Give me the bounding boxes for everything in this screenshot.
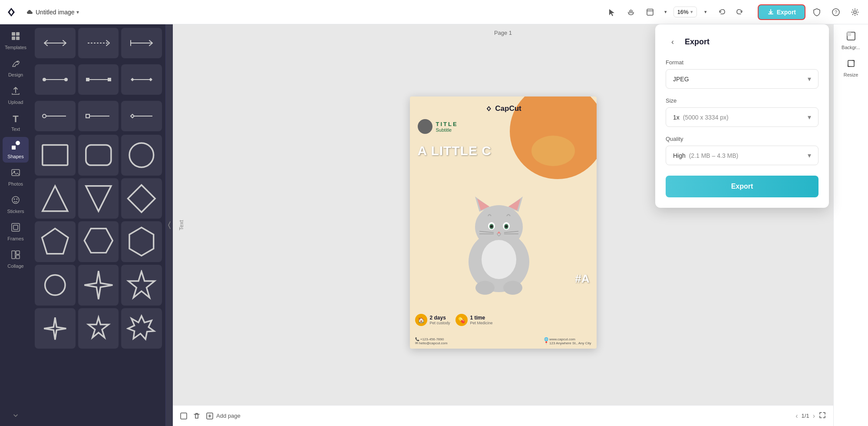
sidebar-item-collage[interactable]: Collage — [3, 246, 29, 272]
shape-rect-empty[interactable] — [35, 135, 76, 176]
svg-rect-39 — [86, 145, 111, 165]
svg-rect-35 — [86, 114, 89, 118]
canvas-stats: 🏠 2 days Pet custody 💊 1 time Pet Medici… — [415, 314, 591, 326]
prev-page-btn[interactable]: ‹ — [795, 412, 798, 420]
right-item-resize[interactable]: Resize — [836, 55, 866, 81]
export-panel-title: Export — [685, 37, 710, 47]
document-title[interactable]: Untitled image ▾ — [26, 8, 79, 16]
shape-triangle-down[interactable] — [78, 178, 119, 219]
export-back-btn[interactable]: ‹ — [666, 35, 680, 49]
delete-page-btn[interactable] — [180, 412, 188, 420]
sidebar-item-templates[interactable]: Templates — [3, 28, 29, 53]
upload-label: Upload — [8, 100, 23, 105]
help-icon-btn[interactable]: ? — [828, 4, 844, 20]
shape-triangle-up[interactable] — [35, 178, 76, 219]
shape-line-diamonds[interactable] — [121, 64, 162, 95]
frames-icon — [11, 223, 20, 234]
quality-chevron: ▾ — [808, 151, 811, 160]
arrows-row-3 — [31, 97, 165, 131]
view-chevron-btn[interactable]: ▾ — [661, 4, 670, 20]
sidebar-item-stickers[interactable]: Stickers — [3, 192, 29, 217]
shape-star-5pt[interactable] — [121, 265, 162, 306]
format-label: Format — [666, 59, 818, 66]
bg-blob — [531, 136, 575, 166]
photos-icon — [11, 168, 20, 180]
zoom-control[interactable]: 16% ▾ — [673, 7, 697, 17]
background-label: Backgr... — [842, 45, 860, 50]
size-select[interactable]: 1x (5000 x 3334 px) ▾ — [666, 107, 818, 127]
quality-select[interactable]: High (2.1 MB – 4.3 MB) ▾ — [666, 146, 818, 165]
sidebar-item-upload[interactable]: Upload — [3, 83, 29, 108]
export-button[interactable]: Export — [758, 4, 805, 20]
svg-marker-49 — [88, 317, 108, 337]
shape-star-4-outline[interactable] — [35, 308, 76, 349]
settings-icon-btn[interactable] — [847, 4, 863, 20]
shape-arrow-dashed[interactable] — [78, 28, 119, 58]
shape-arrow-end-mark[interactable] — [121, 28, 162, 58]
svg-marker-50 — [128, 316, 154, 339]
canvas-avatar — [418, 119, 432, 134]
redo-btn[interactable] — [732, 4, 747, 20]
svg-point-16 — [14, 199, 15, 200]
shape-line-squares[interactable] — [78, 64, 119, 95]
shape-star-5-outline[interactable] — [78, 308, 119, 349]
shape-line-square-h[interactable] — [78, 101, 119, 131]
sidebar-item-text[interactable]: T Text — [3, 110, 29, 135]
right-item-background[interactable]: Backgr... — [836, 28, 866, 53]
shape-circle-small[interactable] — [35, 265, 76, 306]
shield-icon-btn[interactable] — [809, 4, 825, 20]
shape-line-circle-h[interactable] — [35, 101, 76, 131]
shape-line-circles[interactable] — [35, 64, 76, 95]
design-label: Design — [8, 72, 23, 77]
svg-point-15 — [12, 196, 19, 203]
svg-point-61 — [490, 225, 493, 228]
sidebar-item-shapes[interactable]: Shapes — [3, 137, 29, 163]
next-page-btn[interactable]: › — [813, 412, 815, 420]
sidebar-item-design[interactable]: Design — [3, 55, 29, 81]
cloud-icon — [26, 8, 34, 16]
select-tool-btn[interactable] — [604, 4, 620, 20]
fullscreen-btn[interactable] — [818, 411, 826, 420]
hand-tool-btn[interactable] — [623, 4, 639, 20]
shape-star-6-outline[interactable] — [121, 308, 162, 349]
shape-hexagon-v[interactable] — [121, 221, 162, 262]
shapes-label: Shapes — [7, 154, 23, 159]
shape-pentagon[interactable] — [35, 221, 76, 262]
stat-2: 💊 1 time Pet Medicine — [455, 314, 493, 326]
svg-point-70 — [503, 281, 522, 295]
svg-point-17 — [17, 199, 18, 200]
zoom-dropdown-btn[interactable]: ▾ — [700, 4, 711, 20]
size-value-display: 1x (5000 x 3334 px) — [673, 114, 729, 121]
format-select[interactable]: JPEG ▾ — [666, 69, 818, 89]
sidebar-item-frames[interactable]: Frames — [3, 219, 29, 245]
shape-circle[interactable] — [121, 135, 162, 176]
view-tool-btn[interactable] — [642, 4, 658, 20]
templates-icon — [11, 31, 20, 43]
shape-diamond[interactable] — [121, 178, 162, 219]
svg-rect-71 — [181, 413, 187, 419]
svg-rect-8 — [12, 37, 15, 40]
panel-collapse-btn[interactable] — [166, 24, 173, 426]
shape-line-diamond-h[interactable] — [121, 101, 162, 131]
shape-hexagon-h[interactable] — [78, 221, 119, 262]
add-page-btn[interactable]: Add page — [206, 412, 241, 420]
export-action-btn[interactable]: Export — [666, 176, 818, 197]
svg-rect-20 — [12, 251, 15, 259]
shape-arrow-double[interactable] — [35, 28, 76, 58]
shape-star-4pt[interactable] — [78, 265, 119, 306]
sidebar-collapse-btn[interactable] — [11, 409, 20, 423]
trash-btn[interactable] — [193, 412, 201, 420]
svg-marker-45 — [84, 229, 112, 253]
svg-rect-21 — [16, 251, 20, 254]
canvas-footer: 📞 +123-456-7890 ✉ hello@capcut.com 🌐 www… — [415, 337, 591, 345]
svg-rect-9 — [16, 37, 20, 40]
svg-rect-28 — [108, 78, 111, 81]
undo-btn[interactable] — [714, 4, 730, 20]
frames-label: Frames — [7, 236, 23, 241]
svg-text:?: ? — [835, 10, 837, 15]
sidebar-item-photos[interactable]: Photos — [3, 164, 29, 190]
svg-rect-13 — [12, 170, 20, 176]
shape-rect-rounded[interactable] — [78, 135, 119, 176]
svg-marker-48 — [129, 271, 155, 297]
export-panel-header: ‹ Export — [666, 35, 818, 49]
